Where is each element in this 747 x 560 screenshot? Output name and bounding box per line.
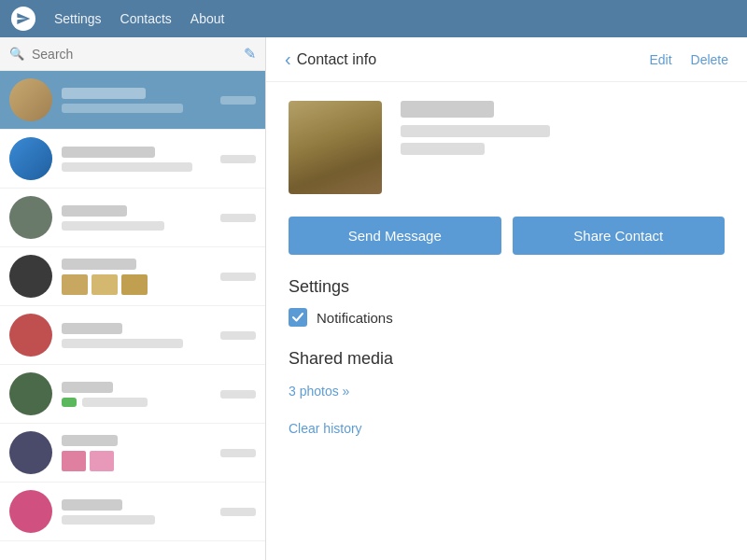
contact-body: Send Message Share Contact Settings Noti… [266, 82, 747, 560]
settings-title: Settings [289, 277, 725, 297]
share-contact-button[interactable]: Share Contact [513, 217, 726, 255]
contact-details [401, 101, 725, 155]
app-logo [11, 7, 35, 31]
chat-name [62, 88, 146, 99]
chat-name [62, 323, 122, 334]
chat-item[interactable] [0, 424, 265, 483]
chat-info [62, 147, 200, 172]
chat-item[interactable] [0, 365, 265, 424]
action-buttons: Send Message Share Contact [289, 217, 725, 255]
chat-time [220, 96, 256, 105]
chat-time [220, 273, 256, 281]
contact-avatar [289, 101, 382, 194]
chat-meta [209, 273, 256, 281]
chat-info [62, 435, 200, 471]
chat-time [220, 508, 256, 516]
chat-item[interactable] [0, 247, 265, 306]
chat-time [220, 331, 256, 340]
chat-preview [62, 515, 155, 525]
avatar [9, 314, 52, 357]
chat-meta [209, 331, 256, 340]
shared-media-section: Shared media 3 photos » [289, 349, 725, 399]
clear-history-section: Clear history [289, 417, 725, 436]
chat-item[interactable] [0, 71, 265, 130]
contact-info-title: Contact info [297, 51, 631, 68]
chat-info [62, 259, 200, 295]
chat-name [62, 147, 155, 158]
chat-name [62, 499, 122, 511]
chat-item[interactable] [0, 483, 265, 541]
chat-name [62, 259, 136, 270]
chat-time [220, 214, 256, 222]
chat-meta [209, 214, 256, 222]
chat-meta [209, 508, 256, 516]
chat-meta [209, 96, 256, 105]
sidebar: 🔍 ✎ [0, 37, 266, 560]
chat-preview [62, 104, 183, 113]
chat-list [0, 71, 265, 560]
contact-profile [289, 101, 725, 194]
delete-button[interactable]: Delete [691, 52, 728, 67]
chat-preview [82, 398, 148, 407]
chat-meta [209, 155, 256, 163]
chat-info [62, 205, 200, 231]
contact-header: ‹ Contact info Edit Delete [266, 37, 747, 82]
nav-contacts[interactable]: Contacts [120, 11, 172, 26]
chat-time [220, 155, 256, 163]
nav-settings[interactable]: Settings [54, 11, 102, 26]
avatar [9, 196, 52, 239]
avatar [9, 137, 52, 180]
compose-icon[interactable]: ✎ [244, 45, 256, 63]
chat-item[interactable] [0, 189, 265, 247]
chat-name [62, 382, 113, 393]
main-layout: 🔍 ✎ [0, 37, 747, 560]
send-message-button[interactable]: Send Message [289, 217, 501, 255]
notifications-checkbox[interactable] [289, 308, 307, 327]
back-button[interactable]: ‹ [285, 49, 291, 70]
photos-link[interactable]: 3 photos » [289, 384, 349, 399]
shared-media-title: Shared media [289, 349, 725, 369]
chat-preview [62, 339, 183, 348]
contact-phone [401, 125, 550, 137]
notifications-row: Notifications [289, 308, 725, 327]
chat-info [62, 88, 200, 113]
chat-name [62, 435, 118, 446]
chat-preview [62, 162, 192, 172]
clear-history-link[interactable]: Clear history [289, 421, 362, 436]
right-panel: ‹ Contact info Edit Delete Send Message [266, 37, 747, 560]
avatar [9, 255, 52, 298]
chat-info [62, 499, 200, 525]
chat-item[interactable] [0, 306, 265, 365]
chat-time [220, 449, 256, 457]
edit-button[interactable]: Edit [649, 52, 671, 67]
chat-meta [209, 390, 256, 399]
avatar [9, 490, 52, 533]
search-bar: 🔍 ✎ [0, 37, 265, 71]
contact-username [401, 143, 485, 155]
search-icon: 🔍 [9, 47, 24, 61]
chat-time [220, 390, 256, 399]
chat-preview [62, 221, 164, 231]
nav-about[interactable]: About [190, 11, 225, 26]
top-navigation: Settings Contacts About [0, 0, 747, 37]
chat-name [62, 205, 127, 217]
chat-info [62, 382, 200, 407]
chat-item[interactable] [0, 130, 265, 189]
avatar [9, 78, 52, 121]
search-input[interactable] [32, 47, 236, 62]
avatar [9, 372, 52, 415]
avatar [9, 431, 52, 474]
settings-section: Settings Notifications [289, 277, 725, 327]
contact-name [401, 101, 494, 118]
chat-info [62, 323, 200, 348]
notifications-label: Notifications [317, 310, 393, 326]
chat-meta [209, 449, 256, 457]
